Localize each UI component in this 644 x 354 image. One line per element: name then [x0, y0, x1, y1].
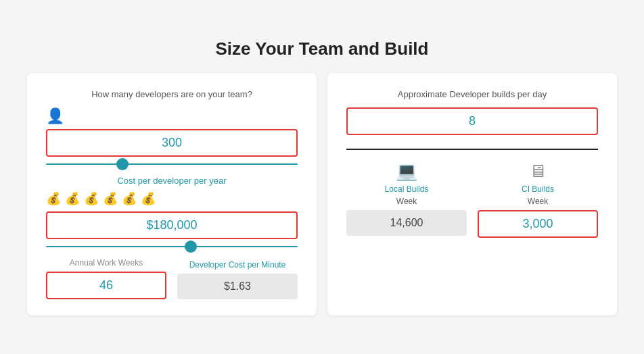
ci-builds-item: 🖥 CI Builds Week: [478, 161, 598, 238]
cost-per-developer-input[interactable]: [46, 211, 298, 239]
money-icon-3: 💰: [84, 191, 99, 206]
page-title: Size Your Team and Build: [27, 39, 617, 59]
developer-slider-track: [46, 163, 298, 165]
money-icon-4: 💰: [103, 191, 118, 206]
cost-slider-container: [46, 246, 298, 247]
ci-builds-input[interactable]: [478, 210, 598, 238]
developer-cost-item: Developer Cost per Minute $1.63: [177, 260, 298, 299]
developers-question: How many developers are on your team?: [46, 89, 298, 99]
money-icon-6: 💰: [141, 191, 156, 206]
annual-work-weeks-label: Annual Work Weeks: [70, 258, 143, 268]
right-panel: Approximate Developer builds per day 💻 L…: [327, 73, 617, 315]
approx-builds-input[interactable]: [346, 107, 598, 135]
local-builds-sublabel: Week: [396, 197, 417, 206]
cost-slider-thumb[interactable]: [185, 241, 197, 253]
developer-slider-thumb[interactable]: [116, 158, 129, 170]
bottom-row: Annual Work Weeks Developer Cost per Min…: [46, 258, 298, 299]
money-icons: 💰 💰 💰 💰 💰 💰: [46, 191, 298, 206]
server-icon: 🖥: [529, 161, 547, 182]
money-icon-1: 💰: [46, 191, 61, 206]
developer-cost-value: $1.63: [177, 274, 298, 299]
left-panel: How many developers are on your team? 👤 …: [27, 73, 317, 315]
ci-builds-sublabel: Week: [528, 197, 548, 206]
ci-builds-label: CI Builds: [522, 184, 554, 194]
right-top-section: Approximate Developer builds per day: [346, 89, 598, 150]
developer-cost-label: Developer Cost per Minute: [189, 260, 286, 270]
local-builds-item: 💻 Local Builds Week 14,600: [346, 161, 467, 236]
cost-per-developer-label: Cost per developer per year: [46, 176, 298, 186]
builds-row: 💻 Local Builds Week 14,600 🖥 CI Builds W…: [346, 161, 598, 238]
local-builds-value: 14,600: [346, 210, 467, 236]
developer-slider-container: [46, 163, 298, 165]
money-icon-2: 💰: [65, 191, 80, 206]
local-builds-label: Local Builds: [385, 184, 429, 194]
money-icon-5: 💰: [122, 191, 137, 206]
annual-work-weeks-input[interactable]: [46, 272, 166, 299]
laptop-icon: 💻: [396, 161, 417, 182]
developer-count-input[interactable]: [46, 129, 298, 157]
annual-work-weeks-item: Annual Work Weeks: [46, 258, 166, 299]
approx-builds-label: Approximate Developer builds per day: [346, 89, 598, 99]
person-icon: 👤: [46, 107, 298, 125]
cost-slider-track: [46, 246, 298, 247]
